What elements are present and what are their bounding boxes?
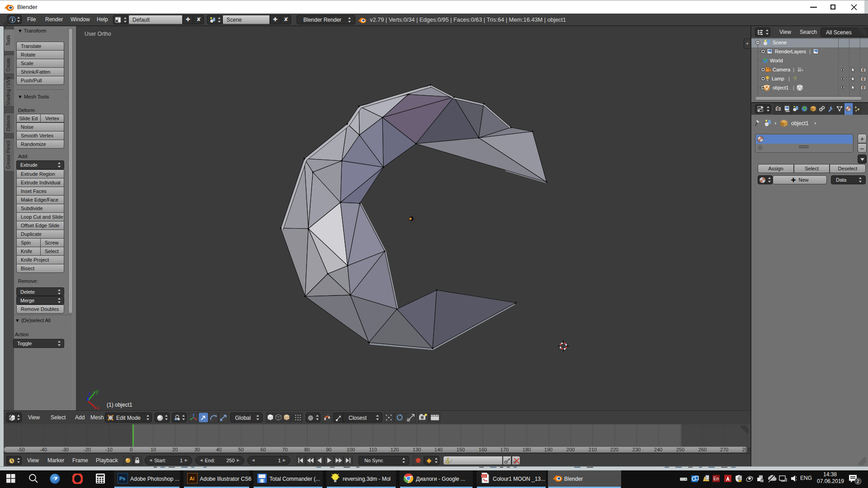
svg-text:x: x [97,405,99,410]
svg-text:|: | [793,67,794,72]
svg-text:190: 190 [544,447,552,452]
svg-text:270: 270 [720,447,728,452]
svg-text:En: En [713,476,719,481]
svg-text:-30: -30 [61,447,69,452]
svg-text:100: 100 [347,447,355,452]
svg-text:180: 180 [523,447,531,452]
svg-text:2: 2 [857,479,859,484]
svg-text:|: | [809,49,811,54]
svg-text:Camera: Camera [773,67,791,72]
svg-text:250: 250 [676,447,684,452]
svg-text:130: 130 [413,447,421,452]
svg-text:150: 150 [457,447,465,452]
svg-text:Ps: Ps [119,476,125,481]
svg-text:160: 160 [479,447,487,452]
svg-text:-20: -20 [84,447,91,452]
svg-text:10: 10 [151,447,156,452]
svg-text:object1: object1 [773,85,788,90]
svg-text:Scene: Scene [773,40,787,45]
svg-text:30: 30 [194,447,200,452]
svg-text:|: | [788,76,790,81]
svg-text:50: 50 [238,447,244,452]
svg-text:240: 240 [654,447,662,452]
svg-text:-10: -10 [105,447,113,452]
svg-text:World: World [770,58,783,63]
svg-text:210: 210 [589,447,597,452]
svg-text:80: 80 [304,447,310,452]
svg-text:280: 280 [742,447,750,452]
svg-text:70: 70 [282,447,288,452]
svg-text:Ai: Ai [189,476,194,481]
svg-text:220: 220 [610,447,618,452]
svg-text:0: 0 [130,447,132,452]
svg-text:60: 60 [260,447,266,452]
svg-text:120: 120 [391,447,399,452]
svg-text:z: z [88,391,91,397]
svg-text:PDF: PDF [481,475,487,478]
svg-text:y: y [96,388,99,394]
svg-text:200: 200 [566,447,575,452]
svg-text:230: 230 [632,447,641,452]
svg-text:-50: -50 [18,447,25,452]
svg-text:90: 90 [326,447,331,452]
svg-text:-40: -40 [40,447,47,452]
svg-text:RenderLayers: RenderLayers [775,49,807,54]
svg-text:!: ! [740,479,741,482]
svg-text:110: 110 [369,447,377,452]
svg-text:170: 170 [500,447,509,452]
svg-text:140: 140 [434,447,443,452]
svg-text:260: 260 [698,447,707,452]
svg-text:|: | [793,85,794,90]
svg-text:20: 20 [172,447,178,452]
svg-text:object1: object1 [791,120,809,127]
svg-text:40: 40 [216,447,222,452]
svg-text:Lamp: Lamp [772,76,784,81]
